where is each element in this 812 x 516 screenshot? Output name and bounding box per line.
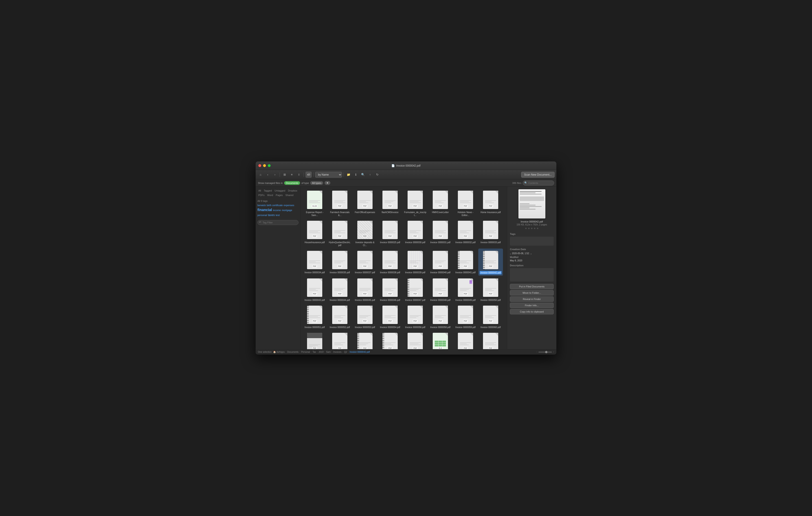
file-item-johnglaser[interactable]: PDF JohnGlaserInvoice.pdf bbox=[403, 330, 428, 349]
file-item-inv-0039[interactable]: PDF Invoice 0000039.pdf bbox=[403, 249, 428, 276]
file-item-inv-0040[interactable]: PDF Invoice 0000040.pdf bbox=[428, 249, 453, 276]
sidebar-item-shared[interactable]: Shared bbox=[285, 193, 294, 197]
file-item-inv-0041[interactable]: PDF Invoice 0000041.pdf bbox=[453, 249, 478, 276]
file-item-fed-office[interactable]: PDF Fed-OfficeExpenses bbox=[353, 188, 377, 218]
file-item-holstein[interactable]: PDF Holstein News - Editor... bbox=[453, 188, 478, 218]
breadcrumb-tax[interactable]: Tax bbox=[312, 351, 316, 353]
refresh-button[interactable]: ↻ bbox=[374, 171, 380, 178]
fullscreen-button[interactable] bbox=[268, 164, 271, 167]
file-item-formulaire[interactable]: PDF Formulaire_de_inscript... bbox=[403, 188, 428, 218]
column-view-button[interactable]: ⫴ bbox=[296, 171, 302, 178]
file-item-inv-0046[interactable]: PDF Invoice 0000046.pdf bbox=[378, 276, 402, 303]
file-item-inv-0051[interactable]: PDF Invoice 0000051.pdf bbox=[302, 303, 327, 330]
description-area[interactable] bbox=[510, 268, 554, 281]
home-button[interactable]: ⌂ bbox=[257, 171, 264, 178]
sidebar-item-dropbox[interactable]: Dropbox bbox=[287, 189, 298, 192]
breadcrumb-sam[interactable]: Sam bbox=[326, 351, 331, 353]
breadcrumb-invoices[interactable]: Invoices bbox=[333, 351, 342, 353]
tag-financial[interactable]: financial bbox=[257, 208, 272, 212]
file-item-inv-0037[interactable]: PDF Invoice 0000037.pdf bbox=[353, 249, 377, 276]
file-item-inv-0053[interactable]: PDF Invoice 0000053.pdf bbox=[353, 303, 377, 330]
zoom-out-icon[interactable]: − bbox=[536, 351, 538, 353]
breadcrumb-q2[interactable]: Q2 bbox=[344, 351, 347, 353]
all-types-filter[interactable]: All types bbox=[310, 181, 323, 185]
back-button[interactable]: ‹ bbox=[265, 171, 271, 178]
tag-income[interactable]: income bbox=[273, 209, 281, 212]
documents-filter[interactable]: Documents bbox=[284, 181, 300, 185]
file-item-inv-0059[interactable]: PDF Invoice 0000059.pdf bbox=[453, 303, 478, 330]
file-item-inv-0033[interactable]: PDF Invoice 0000033.pdf bbox=[478, 218, 503, 248]
file-item-inv-0049[interactable]: PDF Invoice 0000049.pdf bbox=[453, 276, 478, 303]
search-button[interactable]: 🔍 bbox=[360, 171, 366, 178]
file-item-inv-0032[interactable]: PDF Invoice 0000032.pdf bbox=[453, 218, 478, 248]
tag-view-button[interactable]: 🏷 bbox=[306, 171, 312, 178]
file-item-inv-0060[interactable]: PDF Invoice 0000060.pdf bbox=[478, 303, 503, 330]
put-in-filed-documents-button[interactable]: Put in Filed Documents bbox=[510, 284, 554, 289]
star-rating[interactable]: ★ ★ ★ ★ ★ bbox=[525, 227, 539, 230]
file-item-hydro[interactable]: PDF HydroQuebecElectric.pdf bbox=[327, 218, 352, 248]
file-item-inv-0058[interactable]: PDF Invoice 0000058.pdf bbox=[428, 303, 453, 330]
file-item-inv-0034[interactable]: PDF Invoice 0000034.pdf bbox=[302, 249, 327, 276]
move-to-folder-button[interactable]: Move to Folder... bbox=[510, 290, 554, 296]
file-item-inv-0043[interactable]: PDF Invoice 0000043.pdf bbox=[302, 276, 327, 303]
file-item-farmtech[interactable]: PDF Farmtech financials &... bbox=[327, 188, 352, 218]
sidebar-item-pdfs[interactable]: PDFs bbox=[257, 193, 265, 197]
scan-button[interactable]: Scan New Document... bbox=[521, 172, 555, 178]
tag-taxes[interactable]: taxes bbox=[268, 213, 275, 217]
finder-info-button[interactable]: Finder Info... bbox=[510, 303, 554, 308]
star-filter[interactable]: ★ bbox=[324, 181, 330, 185]
file-item-inv-0044[interactable]: PDF Invoice 0000044.pdf bbox=[327, 276, 352, 303]
new-folder-button[interactable]: 📁 bbox=[345, 171, 352, 178]
date-increment[interactable]: › bbox=[530, 252, 532, 255]
tags-input-area[interactable] bbox=[510, 237, 554, 246]
tag-test[interactable]: test bbox=[276, 214, 280, 217]
share-button[interactable]: ↑ bbox=[367, 171, 373, 178]
file-item-home-insurance[interactable]: PDF Home Insurance.pdf bbox=[478, 188, 503, 218]
file-item-inv-0038[interactable]: PDF Invoice 0000038.pdf bbox=[378, 249, 402, 276]
file-item-house-insurance[interactable]: PDF HouseInsurance.pdf bbox=[302, 218, 327, 248]
star-2[interactable]: ★ bbox=[528, 227, 530, 230]
breadcrumb-personal[interactable]: Personal bbox=[301, 351, 310, 353]
tag-filter-input[interactable] bbox=[257, 220, 298, 225]
star-1[interactable]: ★ bbox=[525, 227, 527, 230]
file-item-inv-0048[interactable]: PDF Invoice 0000048.pdf bbox=[428, 276, 453, 303]
file-item-inv-0054[interactable]: PDF Invoice 0000054.pdf bbox=[378, 303, 402, 330]
breadcrumb-dwhipps[interactable]: 🏠 dwhipps bbox=[273, 351, 285, 353]
breadcrumb-documents[interactable]: Documents bbox=[287, 351, 299, 353]
file-item-hmh[interactable]: PDF HMHCoverLetter bbox=[428, 188, 453, 218]
tag-berwick[interactable]: berwick bbox=[257, 203, 266, 207]
sidebar-item-all[interactable]: All bbox=[257, 189, 262, 192]
zoom-track[interactable] bbox=[539, 352, 552, 353]
sidebar-item-tagged[interactable]: Tagged bbox=[263, 189, 273, 192]
copy-info-clipboard-button[interactable]: Copy info to clipboard bbox=[510, 309, 554, 315]
file-item-inv-0047[interactable]: PDF Invoice 0000047.pdf bbox=[403, 276, 428, 303]
search-input[interactable] bbox=[523, 181, 554, 186]
breadcrumb-2019[interactable]: 2019 bbox=[318, 351, 323, 353]
file-item-inv-0050[interactable]: PDF Invoice 0000050.pdf bbox=[478, 276, 503, 303]
sort-dropdown[interactable]: by Name by Date by Size by Kind bbox=[315, 172, 342, 178]
tag-birth-certificate[interactable]: birth certificate bbox=[267, 203, 283, 207]
file-item-inv-0035[interactable]: PDF Invoice 0000035.pdf bbox=[327, 249, 352, 276]
file-item-flashcms[interactable]: PDF flashCMSInvoice bbox=[378, 188, 402, 218]
zoom-in-icon[interactable]: + bbox=[553, 351, 554, 353]
tag-expenses[interactable]: expenses bbox=[284, 203, 294, 207]
file-item-inv-0030[interactable]: PDF Invoice 0000030.pdf bbox=[403, 218, 428, 248]
file-item-knox1[interactable]: PDF KnoxParticipation bbox=[478, 330, 503, 349]
file-item-kepler[interactable]: XLS kepler.xls bbox=[428, 330, 453, 349]
forward-button[interactable]: › bbox=[272, 171, 278, 178]
file-item-inv-paid-001136[interactable]: PDF Invoice Paid 001136 fr... bbox=[302, 330, 327, 349]
file-item-inv-28156[interactable]: PDF Invoice_28156_from_W... bbox=[353, 330, 377, 349]
star-4[interactable]: ★ bbox=[533, 227, 536, 230]
file-item-inv-27459[interactable]: PDF Invoice_27459_from_... bbox=[327, 330, 352, 349]
sidebar-item-untagged[interactable]: Untagged bbox=[273, 189, 286, 192]
file-item-inv-0042-selected[interactable]: PDF Invoice 0000042.pdf bbox=[478, 249, 503, 276]
minimize-button[interactable] bbox=[263, 164, 266, 167]
sidebar-item-pages[interactable]: Pages bbox=[275, 193, 284, 197]
star-5[interactable]: ★ bbox=[536, 227, 539, 230]
file-item-kidsdaycare[interactable]: PDF KidsDaycare.pdf bbox=[453, 330, 478, 349]
file-item-investor[interactable]: PDF Investor deposits & Cl... bbox=[353, 218, 377, 248]
tag-mortgage[interactable]: mortgage bbox=[282, 209, 292, 212]
star-3[interactable]: ★ bbox=[530, 227, 533, 230]
reveal-in-finder-button[interactable]: Reveal in Finder bbox=[510, 296, 554, 302]
file-item-inv-0056[interactable]: PDF Invoice 0000056.pdf bbox=[403, 303, 428, 330]
